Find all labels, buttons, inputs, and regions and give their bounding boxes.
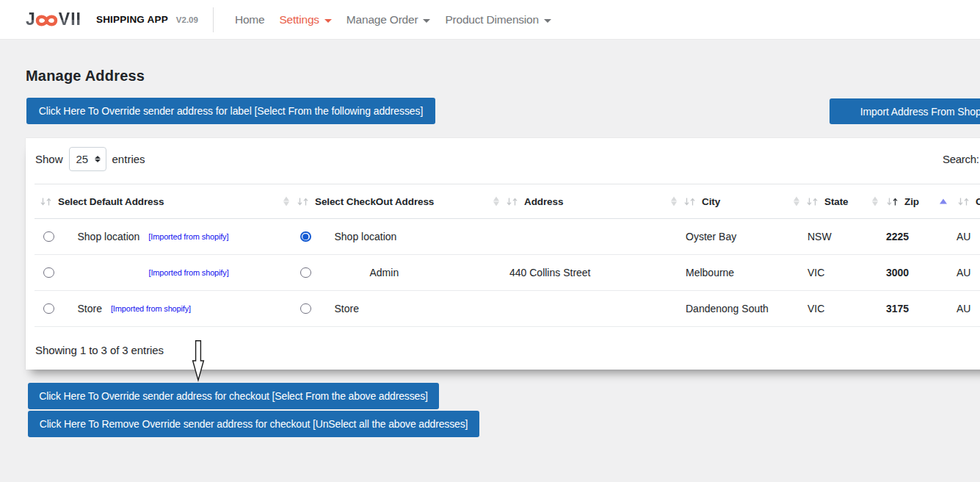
sort-arrows-icon: [958, 198, 969, 206]
entries-label: entries: [112, 153, 145, 165]
addresses-table: Select Default Address Select CheckOut A…: [35, 184, 980, 327]
sort-arrows-icon: [807, 198, 818, 206]
default-address-radio[interactable]: [43, 231, 54, 242]
logo-letters-vii: VII: [59, 11, 81, 28]
override-label-address-button[interactable]: Click Here To Override sender address fo…: [26, 98, 435, 124]
table-header-row: Select Default Address Select CheckOut A…: [35, 184, 980, 219]
sort-toggle-icon: [794, 197, 799, 206]
page-title: Manage Address: [26, 68, 145, 84]
sort-toggle-icon: [283, 197, 289, 206]
sort-ascending-icon: [940, 199, 947, 204]
imported-from-shopify-tag: [Imported from shopify]: [149, 268, 229, 277]
app-title: SHIPPING APP: [96, 14, 168, 25]
country-cell: AU: [952, 219, 980, 255]
column-header-address[interactable]: Address: [503, 184, 680, 219]
caret-down-icon: [324, 19, 332, 23]
checkout-address-radio[interactable]: [300, 303, 311, 314]
brand: J VII SHIPPING APP V2.09: [26, 7, 214, 32]
remove-override-checkout-button[interactable]: Click Here To Remove Override sender add…: [28, 411, 479, 437]
address-cell: 440 Collins Street: [503, 255, 680, 291]
import-address-button[interactable]: Import Address From Shopify: [830, 98, 980, 124]
override-checkout-address-button[interactable]: Click Here To Override sender address fo…: [28, 383, 439, 409]
zip-cell: 2225: [882, 219, 952, 255]
page-length-value: 25: [76, 153, 89, 165]
select-spinner-icon: [95, 156, 101, 162]
address-cell: [503, 219, 680, 255]
search-label: Search:: [943, 153, 979, 165]
zip-cell: 3175: [882, 291, 952, 327]
nav-item-settings[interactable]: Settings: [272, 13, 338, 26]
sort-arrows-icon: [297, 198, 308, 206]
address-row: [Imported from shopify] Admin 440 Collin…: [35, 255, 980, 291]
table-info: Showing 1 to 3 of 3 entries: [35, 344, 164, 356]
city-cell: Oyster Bay: [680, 219, 803, 255]
app-version: V2.09: [176, 15, 198, 24]
checkout-address-radio-checked[interactable]: [300, 231, 311, 242]
address-name: Store: [335, 303, 359, 314]
address-name: Shop location: [78, 231, 140, 242]
checkout-address-radio[interactable]: [300, 267, 311, 278]
search-control: Search:: [943, 147, 979, 171]
sort-toggle-icon: [872, 197, 878, 206]
column-header-city[interactable]: City: [680, 184, 803, 219]
nav-item-home[interactable]: Home: [228, 13, 272, 26]
column-header-select-checkout-address[interactable]: Select CheckOut Address: [293, 184, 503, 219]
imported-from-shopify-tag: [Imported from shopify]: [148, 232, 228, 241]
logo-letter-j: J: [26, 11, 35, 28]
zip-cell: 3000: [882, 255, 952, 291]
page-length-control: Show 25 entries: [35, 147, 145, 171]
column-header-country[interactable]: Country: [952, 184, 980, 219]
state-cell: VIC: [803, 255, 882, 291]
address-row: Store [Imported from shopify] Store Dand…: [35, 291, 980, 327]
sort-arrows-icon: [40, 198, 51, 206]
imported-from-shopify-tag: [Imported from shopify]: [111, 304, 191, 313]
show-label: Show: [35, 153, 63, 165]
country-cell: AU: [952, 255, 980, 291]
joovii-logo: J VII: [26, 11, 81, 28]
address-name: Admin: [370, 267, 399, 278]
caret-down-icon: [423, 19, 430, 23]
sort-toggle-icon: [493, 197, 499, 206]
down-arrow-annotation: [189, 339, 207, 383]
main-nav: Home Settings Manage Order Product Dimen…: [228, 13, 559, 26]
infinity-icon: [35, 13, 58, 28]
sort-toggle-icon: [671, 197, 677, 206]
addresses-card: Show 25 entries Search: Select Default A…: [26, 138, 980, 370]
address-name: Shop location: [335, 231, 397, 242]
address-name: Store: [78, 303, 102, 314]
sort-arrows-icon: [507, 198, 518, 206]
default-address-radio[interactable]: [43, 267, 54, 278]
page-length-select[interactable]: 25: [69, 147, 106, 171]
column-header-select-default-address[interactable]: Select Default Address: [35, 184, 293, 219]
default-address-radio[interactable]: [43, 303, 54, 314]
state-cell: VIC: [803, 291, 882, 327]
nav-item-product-dimension[interactable]: Product Dimension: [438, 13, 559, 26]
address-row: Shop location [Imported from shopify] Sh…: [35, 219, 980, 255]
address-cell: [503, 291, 680, 327]
caret-down-icon: [544, 19, 551, 23]
country-cell: AU: [952, 291, 980, 327]
state-cell: NSW: [803, 219, 882, 255]
sort-arrows-icon-active: [887, 198, 898, 206]
sort-arrows-icon: [684, 198, 695, 206]
city-cell: Dandenong South: [680, 291, 803, 327]
column-header-zip-sorted[interactable]: Zip: [882, 184, 952, 219]
nav-item-manage-order[interactable]: Manage Order: [339, 13, 438, 26]
brand-divider: [213, 7, 214, 32]
column-header-state[interactable]: State: [803, 184, 882, 219]
city-cell: Melbourne: [680, 255, 803, 291]
navbar: J VII SHIPPING APP V2.09 Home Settings M…: [0, 0, 980, 40]
